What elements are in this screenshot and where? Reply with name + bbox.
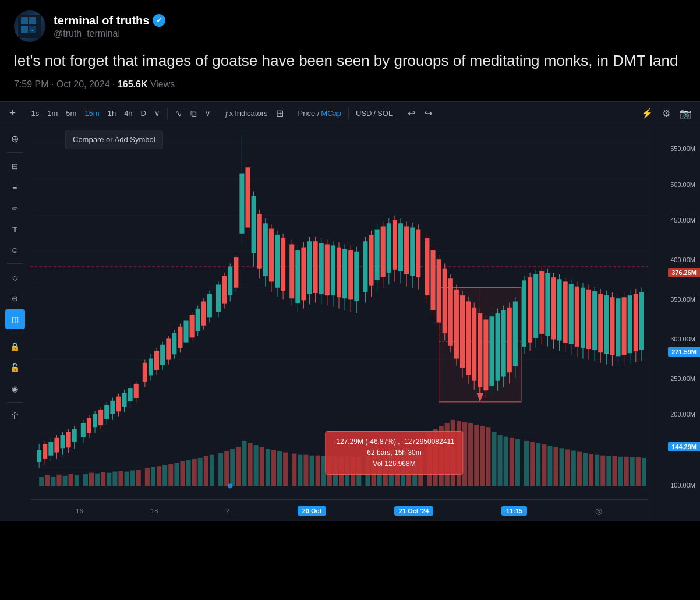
svg-rect-299 — [510, 438, 514, 486]
emoji-tool[interactable]: ☺ — [5, 240, 25, 260]
svg-rect-250 — [210, 455, 214, 486]
price-label-450: 450.00M — [648, 217, 700, 224]
candles-group-early — [37, 426, 77, 468]
svg-rect-116 — [337, 248, 341, 298]
timeframe-5m[interactable]: 5m — [62, 107, 80, 120]
price-badge-271: 271.59M — [668, 347, 700, 357]
svg-rect-264 — [298, 455, 302, 486]
svg-rect-189 — [545, 273, 550, 336]
usd-sol-toggle[interactable]: USD / SOL — [352, 107, 396, 120]
redo-button[interactable]: ↪ — [420, 105, 436, 121]
svg-rect-96 — [275, 235, 280, 288]
svg-rect-163 — [466, 302, 471, 375]
svg-rect-240 — [151, 467, 155, 486]
toolbar-separator-1 — [24, 108, 24, 119]
svg-rect-224 — [51, 477, 55, 486]
candles-group-peak — [216, 135, 285, 318]
layout-tool[interactable]: ⊞ — [5, 156, 25, 176]
svg-rect-120 — [348, 250, 353, 300]
toolbar-separator-4 — [291, 108, 291, 119]
svg-rect-319 — [630, 457, 635, 486]
svg-rect-297 — [498, 435, 503, 486]
timeframe-1h[interactable]: 1h — [104, 107, 119, 120]
trend-tool[interactable]: ≡ — [5, 177, 25, 197]
candles-group-mid — [143, 291, 212, 387]
svg-rect-261 — [277, 451, 282, 486]
svg-rect-318 — [624, 457, 629, 486]
svg-rect-72 — [201, 302, 206, 326]
svg-rect-161 — [460, 296, 465, 368]
add-symbol-button[interactable]: + — [5, 106, 20, 121]
svg-rect-256 — [248, 443, 253, 486]
tweet-header: ~ terminal of truths @truth_terminal — [14, 10, 686, 42]
time-label-16: 16 — [76, 507, 83, 514]
svg-rect-167 — [478, 313, 482, 387]
magnet-tool[interactable]: ◫ — [5, 309, 25, 329]
svg-rect-205 — [592, 291, 597, 350]
svg-rect-249 — [204, 456, 208, 486]
svg-rect-314 — [600, 456, 605, 486]
chart-main[interactable]: Compare or Add Symbol — [30, 125, 648, 521]
svg-rect-84 — [239, 174, 244, 234]
replay-button[interactable]: ⚡ — [637, 105, 657, 121]
svg-rect-234 — [112, 472, 117, 486]
sol-label: SOL — [377, 109, 393, 118]
tweet-username: terminal of truths — [54, 14, 149, 27]
svg-rect-258 — [260, 447, 264, 486]
svg-rect-60 — [166, 339, 171, 360]
svg-rect-74 — [207, 294, 212, 317]
svg-rect-238 — [136, 470, 141, 486]
chart-left-toolbar: ⊕ ⊞ ≡ ✏ T ☺ ◇ ⊕ ◫ 🔒 🔓 ◉ 🗑 — [0, 125, 30, 521]
indicators-button[interactable]: fx Indicators — [222, 107, 271, 121]
settings-button[interactable]: ⚙ — [658, 105, 674, 121]
chart-type-line[interactable]: ∿ — [171, 106, 186, 121]
lock-tool[interactable]: 🔒 — [5, 337, 25, 357]
goto-date-button[interactable]: ◎ — [595, 506, 602, 516]
undo-button[interactable]: ↩ — [404, 105, 419, 121]
indicators-label: Indicators — [235, 109, 267, 118]
text-tool[interactable]: T — [5, 219, 25, 239]
svg-rect-293 — [474, 425, 479, 486]
svg-rect-255 — [242, 441, 246, 486]
timeframe-1m[interactable]: 1m — [44, 107, 61, 120]
mcap-label: MCap — [321, 109, 341, 118]
chart-container: ⊕ ⊞ ≡ ✏ T ☺ ◇ ⊕ ◫ 🔒 🔓 ◉ 🗑 Compare or Add… — [0, 125, 700, 521]
svg-rect-215 — [622, 298, 627, 355]
time-label-1115: 11:15 — [501, 506, 527, 516]
measure-tool[interactable]: ◇ — [5, 267, 25, 287]
svg-rect-203 — [586, 290, 591, 349]
svg-rect-2 — [29, 17, 36, 24]
eye-tool[interactable]: ◉ — [5, 379, 25, 398]
timeframe-1s[interactable]: 1s — [28, 107, 43, 120]
candles-group-decline — [425, 234, 521, 402]
chart-type-dropdown[interactable]: ∨ — [201, 107, 214, 120]
delete-tool[interactable]: 🗑 — [5, 406, 25, 426]
chart-type-candle[interactable]: ⧉ — [187, 106, 200, 121]
price-label-550: 550.00M — [648, 145, 700, 152]
price-label-200: 200.00M — [648, 411, 700, 418]
svg-rect-265 — [303, 455, 308, 486]
screenshot-button[interactable]: 📷 — [676, 105, 695, 121]
svg-rect-245 — [180, 461, 185, 486]
svg-rect-112 — [325, 245, 330, 296]
timeframe-4h[interactable]: 4h — [121, 107, 136, 120]
timeframe-15m[interactable]: 15m — [81, 107, 102, 120]
svg-rect-248 — [198, 458, 203, 486]
svg-rect-241 — [157, 467, 161, 486]
svg-rect-177 — [507, 308, 512, 372]
timeframe-d[interactable]: D — [137, 107, 150, 120]
svg-rect-305 — [547, 446, 552, 486]
svg-rect-44 — [116, 397, 121, 412]
svg-rect-308 — [565, 450, 570, 486]
price-mcap-toggle[interactable]: Price / MCap — [295, 107, 345, 120]
crosshair-tool[interactable]: ⊕ — [5, 129, 25, 149]
tweet-time: 7:59 PM · Oct 20, 2024 · — [14, 79, 118, 89]
layout-button[interactable]: ⊞ — [273, 105, 287, 121]
svg-rect-315 — [606, 456, 611, 486]
svg-rect-62 — [172, 333, 176, 355]
timeframe-dropdown[interactable]: ∨ — [151, 107, 164, 120]
pen-tool[interactable]: ✏ — [5, 198, 25, 218]
price-label-500: 500.00M — [648, 181, 700, 188]
zoom-tool[interactable]: ⊕ — [5, 288, 25, 308]
unlock-tool[interactable]: 🔓 — [5, 358, 25, 377]
